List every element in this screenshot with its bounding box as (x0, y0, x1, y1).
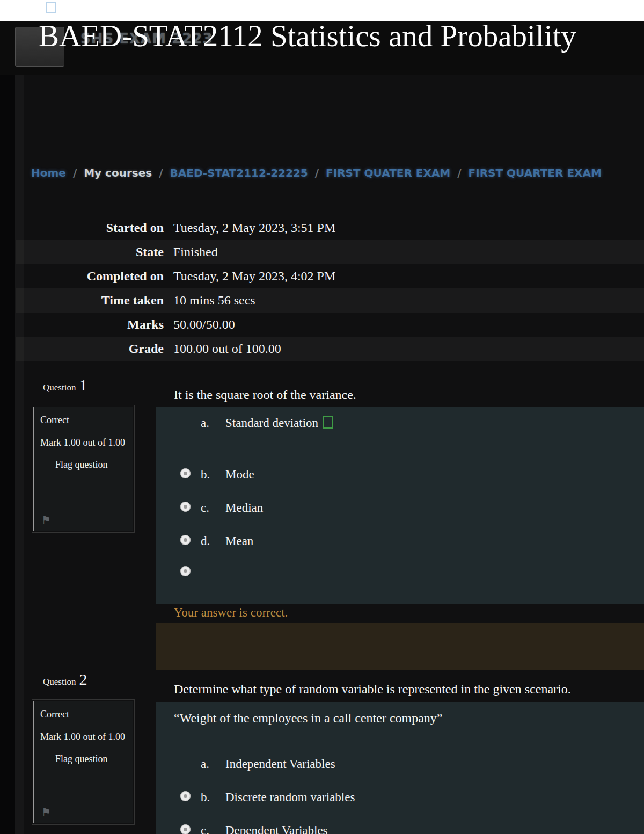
question-2-text: Determine what type of random variable i… (174, 682, 571, 697)
option-row: c. Dependent Variables (156, 824, 644, 834)
summary-value: Tuesday, 2 May 2023, 3:51 PM (173, 221, 644, 235)
summary-value: Tuesday, 2 May 2023, 4:02 PM (173, 269, 644, 284)
breadcrumb-item-first-quarter-exam[interactable]: FIRST QUARTER EXAM (469, 166, 602, 179)
option-text: Mean (225, 534, 253, 548)
option-text: Standard deviation (225, 416, 333, 430)
flag-question-button[interactable]: Flag question (40, 753, 126, 765)
question-mark: Mark 1.00 out of 1.00 (40, 729, 126, 746)
radio-button[interactable] (180, 535, 191, 545)
summary-row: Started on Tuesday, 2 May 2023, 3:51 PM (16, 216, 644, 240)
question-mark: Mark 1.00 out of 1.00 (40, 434, 126, 452)
question-number: 2 (79, 670, 87, 688)
option-letter: b. (201, 468, 210, 482)
correct-check-icon (323, 416, 333, 429)
radio-button[interactable] (180, 824, 191, 834)
question-number: 1 (79, 376, 87, 394)
breadcrumb: Home / My courses / BAED-STAT2112-22225 … (31, 166, 602, 179)
option-text-label: Standard deviation (225, 416, 318, 430)
left-gutter-inner (15, 75, 24, 834)
feedback-box (156, 623, 644, 670)
flag-icon: ⚑ (41, 806, 51, 818)
summary-label: Grade (16, 342, 173, 356)
option-letter: d. (201, 534, 210, 548)
summary-row: State Finished (16, 240, 644, 264)
attempt-summary: Started on Tuesday, 2 May 2023, 3:51 PM … (16, 216, 644, 361)
summary-value: 10 mins 56 secs (173, 293, 644, 308)
radio-button[interactable] (180, 791, 191, 801)
breadcrumb-item-home[interactable]: Home (31, 166, 66, 179)
question-2-scenario-text: “Weight of the employees in a call cente… (174, 711, 443, 726)
summary-row: Completed on Tuesday, 2 May 2023, 4:02 P… (16, 264, 644, 288)
summary-label: Completed on (16, 269, 173, 284)
option-text: Dependent Variables (225, 824, 328, 834)
breadcrumb-separator: / (457, 166, 461, 179)
option-row: b. Mode (156, 468, 644, 484)
question-word: Question (43, 382, 76, 393)
flag-question-button[interactable]: Flag question (40, 459, 126, 470)
summary-row: Time taken 10 mins 56 secs (16, 288, 644, 313)
summary-row: Grade 100.00 out of 100.00 (16, 337, 644, 361)
option-letter: a. (201, 757, 209, 771)
option-row (156, 565, 644, 582)
breadcrumb-item-my-courses[interactable]: My courses (84, 166, 152, 179)
question-status: Correct (40, 709, 126, 720)
radio-button[interactable] (180, 468, 191, 478)
question-2-answer-box: “Weight of the employees in a call cente… (156, 702, 644, 834)
breadcrumb-separator: / (315, 166, 319, 179)
breadcrumb-separator: / (159, 166, 163, 179)
option-row: d. Mean (156, 534, 644, 550)
page-title: BAED-STAT2112 Statistics and Probability (39, 18, 576, 53)
course-header: SHS EXAM 2223 BAED-STAT2112 Statistics a… (0, 21, 644, 75)
summary-label: Time taken (16, 293, 173, 308)
summary-label: Started on (16, 221, 173, 235)
option-row: c. Median (156, 501, 644, 517)
question-word: Question (43, 677, 76, 687)
question-1-answer-box: a. Standard deviation b. Mode c. Median … (156, 407, 644, 604)
flag-icon: ⚑ (41, 513, 51, 526)
option-text: Mode (225, 468, 254, 482)
question-status: Correct (40, 415, 126, 426)
option-letter: b. (201, 791, 210, 804)
summary-label: State (16, 245, 173, 259)
placeholder-glyph-icon (46, 2, 56, 13)
option-row: a. Independent Variables (156, 757, 644, 773)
option-row: a. Standard deviation (156, 416, 644, 432)
option-text: Independent Variables (225, 757, 335, 771)
left-gutter-outer (0, 75, 15, 834)
question-1-text: It is the square root of the variance. (174, 388, 356, 402)
summary-value: 100.00 out of 100.00 (173, 342, 644, 356)
question-2-info-box: Correct Mark 1.00 out of 1.00 Flag quest… (33, 701, 133, 823)
answer-feedback: Your answer is correct. (174, 606, 288, 620)
breadcrumb-item-course[interactable]: BAED-STAT2112-22225 (170, 166, 308, 179)
summary-value: 50.00/50.00 (173, 317, 644, 332)
radio-button[interactable] (180, 502, 191, 512)
summary-label: Marks (16, 317, 173, 332)
option-row: b. Discrete random variables (156, 791, 644, 807)
breadcrumb-item-first-quater-exam[interactable]: FIRST QUATER EXAM (326, 166, 450, 179)
option-text: Discrete random variables (225, 791, 355, 804)
option-letter: a. (201, 416, 209, 430)
option-letter: c. (201, 824, 209, 834)
radio-button[interactable] (180, 566, 191, 576)
question-1-heading: Question1 (43, 376, 87, 394)
question-2-heading: Question2 (43, 670, 87, 688)
question-1-info-box: Correct Mark 1.00 out of 1.00 Flag quest… (33, 407, 133, 531)
option-text: Median (225, 501, 263, 515)
summary-row: Marks 50.00/50.00 (16, 313, 644, 337)
breadcrumb-separator: / (73, 166, 77, 179)
option-letter: c. (201, 501, 209, 515)
summary-value: Finished (173, 245, 644, 259)
